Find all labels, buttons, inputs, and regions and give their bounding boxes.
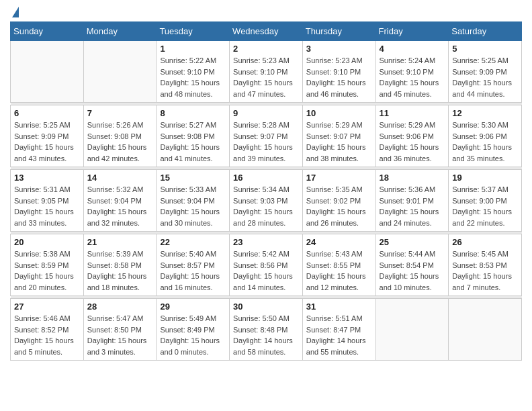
day-number: 15 <box>160 173 226 183</box>
day-info: Sunrise: 5:51 AM Sunset: 8:47 PM Dayligh… <box>306 313 372 357</box>
day-info: Sunrise: 5:31 AM Sunset: 9:05 PM Dayligh… <box>14 184 80 228</box>
calendar-day <box>449 299 522 361</box>
day-number: 3 <box>306 44 372 54</box>
day-info: Sunrise: 5:33 AM Sunset: 9:04 PM Dayligh… <box>160 184 226 228</box>
col-header-tuesday: Tuesday <box>157 22 230 41</box>
day-info: Sunrise: 5:45 AM Sunset: 8:53 PM Dayligh… <box>452 248 518 293</box>
col-header-wednesday: Wednesday <box>230 22 303 41</box>
calendar-day: 5Sunrise: 5:25 AM Sunset: 9:09 PM Daylig… <box>449 41 522 103</box>
day-info: Sunrise: 5:29 AM Sunset: 9:07 PM Dayligh… <box>306 120 372 164</box>
day-info: Sunrise: 5:40 AM Sunset: 8:57 PM Dayligh… <box>160 248 226 293</box>
day-number: 16 <box>233 173 299 183</box>
calendar-day: 16Sunrise: 5:34 AM Sunset: 9:03 PM Dayli… <box>230 170 303 232</box>
calendar-day: 22Sunrise: 5:40 AM Sunset: 8:57 PM Dayli… <box>157 234 230 296</box>
page-header <box>10 7 522 16</box>
day-info: Sunrise: 5:24 AM Sunset: 9:10 PM Dayligh… <box>380 55 445 99</box>
calendar-day: 11Sunrise: 5:29 AM Sunset: 9:06 PM Dayli… <box>375 105 449 167</box>
calendar-day: 20Sunrise: 5:38 AM Sunset: 8:59 PM Dayli… <box>11 234 84 296</box>
day-number: 6 <box>14 108 80 118</box>
day-info: Sunrise: 5:23 AM Sunset: 9:10 PM Dayligh… <box>233 55 299 99</box>
day-number: 29 <box>160 302 226 312</box>
day-info: Sunrise: 5:23 AM Sunset: 9:10 PM Dayligh… <box>306 55 372 99</box>
day-number: 23 <box>233 237 299 247</box>
calendar-table: SundayMondayTuesdayWednesdayThursdayFrid… <box>10 21 522 361</box>
calendar-day: 4Sunrise: 5:24 AM Sunset: 9:10 PM Daylig… <box>375 41 449 103</box>
calendar-day: 15Sunrise: 5:33 AM Sunset: 9:04 PM Dayli… <box>157 170 230 232</box>
day-number: 30 <box>233 302 299 312</box>
calendar-day: 27Sunrise: 5:46 AM Sunset: 8:52 PM Dayli… <box>11 299 84 361</box>
calendar-day: 7Sunrise: 5:26 AM Sunset: 9:08 PM Daylig… <box>83 105 157 167</box>
day-number: 19 <box>452 173 518 183</box>
col-header-friday: Friday <box>375 22 449 41</box>
day-number: 5 <box>452 44 518 54</box>
calendar-day <box>375 299 449 361</box>
day-info: Sunrise: 5:22 AM Sunset: 9:10 PM Dayligh… <box>160 55 226 99</box>
day-info: Sunrise: 5:44 AM Sunset: 8:54 PM Dayligh… <box>380 248 445 293</box>
day-number: 7 <box>87 108 153 118</box>
day-number: 20 <box>14 237 80 247</box>
day-number: 12 <box>452 108 518 118</box>
calendar-day: 24Sunrise: 5:43 AM Sunset: 8:55 PM Dayli… <box>302 234 375 296</box>
day-info: Sunrise: 5:25 AM Sunset: 9:09 PM Dayligh… <box>14 120 80 164</box>
col-header-monday: Monday <box>83 22 157 41</box>
day-info: Sunrise: 5:42 AM Sunset: 8:56 PM Dayligh… <box>233 248 299 293</box>
calendar-week-row: 6Sunrise: 5:25 AM Sunset: 9:09 PM Daylig… <box>11 105 522 167</box>
day-info: Sunrise: 5:50 AM Sunset: 8:48 PM Dayligh… <box>233 313 299 357</box>
day-info: Sunrise: 5:34 AM Sunset: 9:03 PM Dayligh… <box>233 184 299 228</box>
calendar-week-row: 13Sunrise: 5:31 AM Sunset: 9:05 PM Dayli… <box>11 170 522 232</box>
day-info: Sunrise: 5:39 AM Sunset: 8:58 PM Dayligh… <box>87 248 153 293</box>
calendar-day: 8Sunrise: 5:27 AM Sunset: 9:08 PM Daylig… <box>157 105 230 167</box>
calendar-day: 23Sunrise: 5:42 AM Sunset: 8:56 PM Dayli… <box>230 234 303 296</box>
day-number: 11 <box>380 108 445 118</box>
calendar-day: 10Sunrise: 5:29 AM Sunset: 9:07 PM Dayli… <box>302 105 375 167</box>
day-number: 24 <box>306 237 372 247</box>
calendar-day <box>83 41 157 103</box>
calendar-day: 29Sunrise: 5:49 AM Sunset: 8:49 PM Dayli… <box>157 299 230 361</box>
calendar-day: 13Sunrise: 5:31 AM Sunset: 9:05 PM Dayli… <box>11 170 84 232</box>
day-info: Sunrise: 5:25 AM Sunset: 9:09 PM Dayligh… <box>452 55 518 99</box>
day-number: 2 <box>233 44 299 54</box>
day-info: Sunrise: 5:47 AM Sunset: 8:50 PM Dayligh… <box>87 313 153 357</box>
calendar-day: 6Sunrise: 5:25 AM Sunset: 9:09 PM Daylig… <box>11 105 84 167</box>
day-info: Sunrise: 5:36 AM Sunset: 9:01 PM Dayligh… <box>380 184 445 228</box>
calendar-week-row: 27Sunrise: 5:46 AM Sunset: 8:52 PM Dayli… <box>11 299 522 361</box>
calendar-day: 3Sunrise: 5:23 AM Sunset: 9:10 PM Daylig… <box>302 41 375 103</box>
calendar-day: 31Sunrise: 5:51 AM Sunset: 8:47 PM Dayli… <box>302 299 375 361</box>
calendar-day: 21Sunrise: 5:39 AM Sunset: 8:58 PM Dayli… <box>83 234 157 296</box>
day-number: 10 <box>306 108 372 118</box>
calendar-day: 18Sunrise: 5:36 AM Sunset: 9:01 PM Dayli… <box>375 170 449 232</box>
day-info: Sunrise: 5:30 AM Sunset: 9:06 PM Dayligh… <box>452 120 518 164</box>
day-info: Sunrise: 5:26 AM Sunset: 9:08 PM Dayligh… <box>87 120 153 164</box>
calendar-week-row: 20Sunrise: 5:38 AM Sunset: 8:59 PM Dayli… <box>11 234 522 296</box>
calendar-day: 2Sunrise: 5:23 AM Sunset: 9:10 PM Daylig… <box>230 41 303 103</box>
day-number: 21 <box>87 237 153 247</box>
day-number: 17 <box>306 173 372 183</box>
calendar-day: 14Sunrise: 5:32 AM Sunset: 9:04 PM Dayli… <box>83 170 157 232</box>
logo <box>10 7 19 16</box>
calendar-day: 17Sunrise: 5:35 AM Sunset: 9:02 PM Dayli… <box>302 170 375 232</box>
day-number: 8 <box>160 108 226 118</box>
calendar-day: 1Sunrise: 5:22 AM Sunset: 9:10 PM Daylig… <box>157 41 230 103</box>
calendar-day: 12Sunrise: 5:30 AM Sunset: 9:06 PM Dayli… <box>449 105 522 167</box>
col-header-saturday: Saturday <box>449 22 522 41</box>
calendar-day: 19Sunrise: 5:37 AM Sunset: 9:00 PM Dayli… <box>449 170 522 232</box>
day-number: 1 <box>160 44 226 54</box>
day-number: 14 <box>87 173 153 183</box>
day-info: Sunrise: 5:37 AM Sunset: 9:00 PM Dayligh… <box>452 184 518 228</box>
calendar-day: 26Sunrise: 5:45 AM Sunset: 8:53 PM Dayli… <box>449 234 522 296</box>
calendar-day: 9Sunrise: 5:28 AM Sunset: 9:07 PM Daylig… <box>230 105 303 167</box>
day-info: Sunrise: 5:43 AM Sunset: 8:55 PM Dayligh… <box>306 248 372 293</box>
col-header-sunday: Sunday <box>11 22 84 41</box>
day-info: Sunrise: 5:32 AM Sunset: 9:04 PM Dayligh… <box>87 184 153 228</box>
day-number: 18 <box>380 173 445 183</box>
calendar-day: 28Sunrise: 5:47 AM Sunset: 8:50 PM Dayli… <box>83 299 157 361</box>
calendar-week-row: 1Sunrise: 5:22 AM Sunset: 9:10 PM Daylig… <box>11 41 522 103</box>
day-info: Sunrise: 5:49 AM Sunset: 8:49 PM Dayligh… <box>160 313 226 357</box>
day-number: 31 <box>306 302 372 312</box>
day-info: Sunrise: 5:28 AM Sunset: 9:07 PM Dayligh… <box>233 120 299 164</box>
col-header-thursday: Thursday <box>302 22 375 41</box>
calendar-day: 25Sunrise: 5:44 AM Sunset: 8:54 PM Dayli… <box>375 234 449 296</box>
day-number: 25 <box>380 237 445 247</box>
day-info: Sunrise: 5:29 AM Sunset: 9:06 PM Dayligh… <box>380 120 445 164</box>
day-number: 4 <box>380 44 445 54</box>
